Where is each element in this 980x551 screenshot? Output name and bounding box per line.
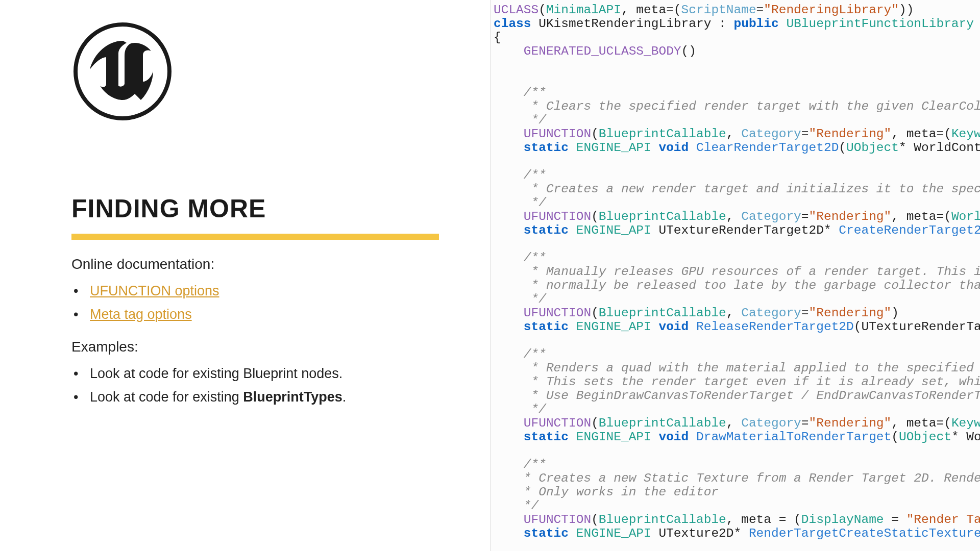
- examples-list: Look at code for existing Blueprint node…: [71, 362, 429, 409]
- slide: FINDING MORE Online documentation: UFUNC…: [0, 0, 980, 551]
- subheading-documentation: Online documentation:: [71, 256, 429, 272]
- list-item: UFUNCTION options: [71, 280, 429, 303]
- meta-tag-options-link[interactable]: Meta tag options: [90, 307, 192, 322]
- example-text-post: .: [342, 389, 347, 405]
- title-underline: [71, 234, 439, 240]
- example-text-bold: BlueprintTypes: [243, 389, 342, 405]
- list-item: Meta tag options: [71, 303, 429, 327]
- list-item: Look at code for existing Blueprint node…: [71, 362, 429, 386]
- example-text-pre: Look at code for existing: [90, 389, 243, 405]
- svg-point-0: [76, 24, 169, 118]
- code-panel: UCLASS(MinimalAPI, meta=(ScriptName="Ren…: [490, 0, 980, 551]
- list-item: Look at code for existing BlueprintTypes…: [71, 386, 429, 409]
- links-list: UFUNCTION options Meta tag options: [71, 280, 429, 327]
- source-code: UCLASS(MinimalAPI, meta=(ScriptName="Ren…: [491, 0, 980, 540]
- unreal-logo-icon: [71, 20, 429, 122]
- example-text: Look at code for existing Blueprint node…: [90, 366, 342, 381]
- left-column: FINDING MORE Online documentation: UFUNC…: [0, 0, 490, 551]
- ufunction-options-link[interactable]: UFUNCTION options: [90, 283, 219, 298]
- subheading-examples: Examples:: [71, 339, 429, 355]
- slide-title: FINDING MORE: [71, 194, 429, 223]
